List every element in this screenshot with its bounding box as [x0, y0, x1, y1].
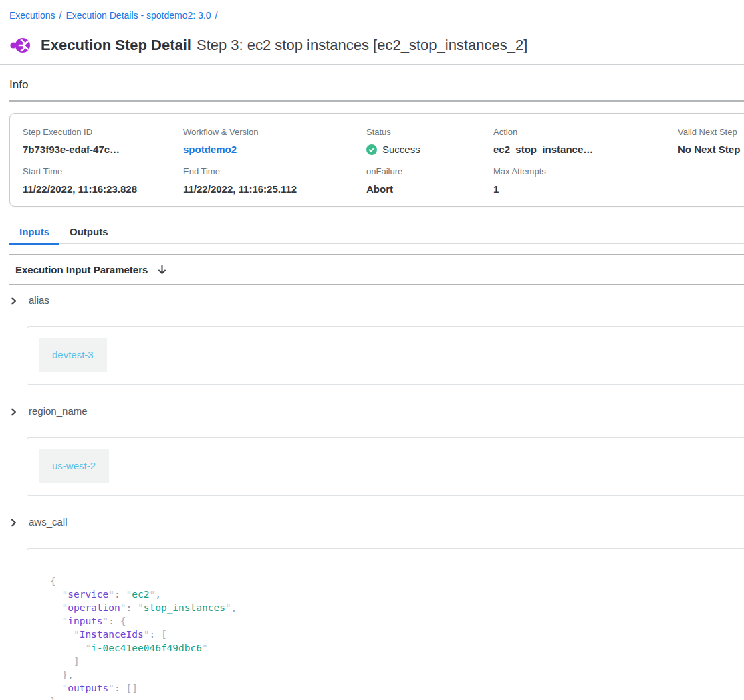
- section-row-region_name[interactable]: region_name: [0, 396, 744, 425]
- field-value: No Next Step: [678, 144, 744, 156]
- field-value: ec2_stop_instance…: [493, 144, 678, 156]
- page-title-sub: Step 3: ec2 stop instances [ec2_stop_ins…: [197, 37, 527, 53]
- info-heading: Info: [9, 78, 744, 92]
- chevron-right-icon: [10, 406, 17, 415]
- field-label: Step Execution ID: [23, 127, 183, 138]
- arrow-down-icon[interactable]: [158, 265, 166, 275]
- info-field: onFailureAbort: [366, 166, 493, 195]
- section-body: devtest-3: [0, 314, 744, 396]
- info-field: Step Execution ID7b73f93e-edaf-47c…: [23, 127, 183, 156]
- app-logo-icon: [9, 36, 32, 55]
- section-name: aws_call: [29, 516, 68, 528]
- section-row-alias[interactable]: alias: [0, 285, 744, 314]
- section-body: { "service": "ec2", "operation": "stop_i…: [0, 536, 744, 700]
- field-label: End Time: [183, 166, 366, 177]
- info-field: Workflow & Versionspotdemo2: [183, 127, 366, 156]
- info-field: End Time11/22/2022, 11:16:25.112: [183, 166, 366, 195]
- parameter-sections: aliasdevtest-3region_nameus-west-2aws_ca…: [0, 285, 744, 700]
- params-heading: Execution Input Parameters: [15, 264, 148, 275]
- tab-bar: InputsOutputs: [9, 223, 744, 244]
- value-chip: devtest-3: [39, 338, 107, 372]
- info-field: Max Attempts1: [493, 166, 678, 195]
- breadcrumb-link[interactable]: Execution Details - spotdemo2: 3.0: [66, 10, 211, 21]
- field-label: Action: [493, 127, 678, 138]
- field-label: Workflow & Version: [183, 127, 366, 138]
- section-row-aws_call[interactable]: aws_call: [0, 507, 744, 536]
- field-label: Status: [366, 127, 493, 138]
- breadcrumb-link[interactable]: Executions: [9, 10, 55, 21]
- field-value: 11/22/2022, 11:16:23.828: [23, 183, 183, 195]
- section-name: alias: [29, 294, 49, 306]
- field-value: 7b73f93e-edaf-47c…: [23, 144, 183, 156]
- divider: [9, 100, 744, 102]
- page-header: Execution Step DetailStep 3: ec2 stop in…: [9, 35, 744, 55]
- success-icon: [366, 144, 377, 155]
- section-body: us-west-2: [0, 425, 744, 507]
- section-name: region_name: [29, 405, 88, 417]
- field-value-link[interactable]: spotdemo2: [183, 144, 366, 156]
- info-field: Valid Next StepNo Next Step: [678, 127, 744, 156]
- field-label: Valid Next Step: [678, 127, 744, 138]
- breadcrumb: Executions/Execution Details - spotdemo2…: [0, 0, 744, 21]
- field-label: Start Time: [23, 166, 183, 177]
- field-label: onFailure: [366, 166, 493, 177]
- params-heading-row: Execution Input Parameters: [0, 255, 744, 284]
- value-chip: us-west-2: [39, 449, 109, 483]
- info-field: Start Time11/22/2022, 11:16:23.828: [23, 166, 183, 195]
- info-card: Step Execution ID7b73f93e-edaf-47c…Workf…: [9, 113, 744, 207]
- breadcrumb-separator: /: [215, 10, 218, 21]
- tab-inputs[interactable]: Inputs: [9, 223, 59, 245]
- chevron-right-icon: [10, 296, 17, 304]
- field-value: 1: [493, 183, 678, 195]
- field-value: 11/22/2022, 11:16:25.112: [183, 183, 366, 195]
- chevron-right-icon: [10, 517, 17, 526]
- breadcrumb-separator: /: [59, 10, 61, 21]
- divider: [0, 64, 744, 65]
- page-title-main: Execution Step Detail: [41, 37, 191, 53]
- value-panel: devtest-3: [27, 326, 744, 385]
- field-label: Max Attempts: [493, 166, 678, 177]
- field-value-status: Success: [366, 144, 493, 156]
- status-text: Success: [382, 144, 420, 156]
- code-block: { "service": "ec2", "operation": "stop_i…: [50, 574, 744, 700]
- info-field: StatusSuccess: [366, 127, 493, 156]
- field-value: Abort: [366, 183, 493, 195]
- value-panel: us-west-2: [27, 437, 744, 496]
- info-field: Actionec2_stop_instance…: [493, 127, 678, 156]
- tab-outputs[interactable]: Outputs: [59, 223, 118, 245]
- page-title: Execution Step DetailStep 3: ec2 stop in…: [41, 36, 527, 55]
- code-panel: { "service": "ec2", "operation": "stop_i…: [27, 548, 744, 700]
